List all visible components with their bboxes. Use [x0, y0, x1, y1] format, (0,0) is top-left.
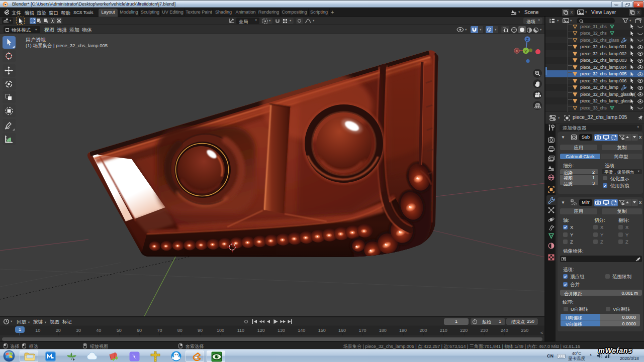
svg-text:X: X: [515, 49, 518, 53]
svg-text:Z: Z: [526, 37, 529, 42]
svg-text:Y: Y: [524, 49, 527, 54]
